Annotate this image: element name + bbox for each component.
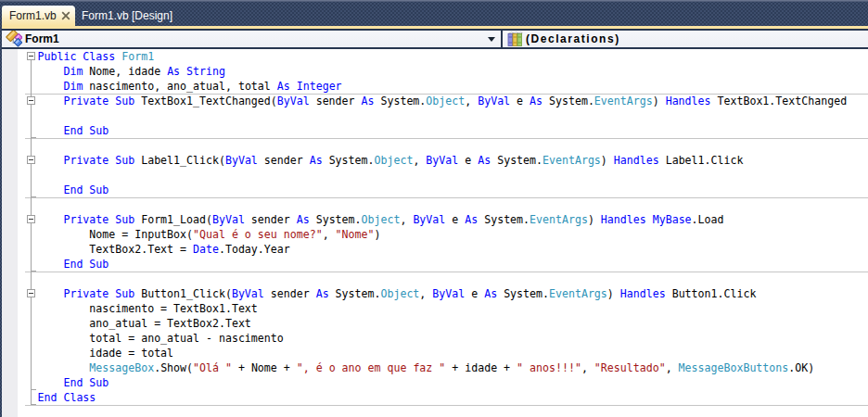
code-line-12[interactable]: Private Sub Form1_Load(ByVal sender As S… — [38, 212, 724, 227]
class-dropdown[interactable]: Form1 — [2, 31, 501, 47]
code-token — [38, 124, 64, 137]
code-token: EventArgs — [530, 213, 588, 226]
code-token: .OK) — [788, 361, 814, 374]
code-token: nascimento, ano_atual, total — [83, 80, 276, 93]
code-token: , — [581, 361, 594, 374]
code-line-13[interactable]: Nome = InputBox("Qual é o seu nome?", "N… — [38, 227, 381, 242]
code-token: Object — [362, 213, 401, 226]
code-token: ByVal — [478, 95, 510, 107]
code-token: As — [465, 213, 478, 226]
member-dropdown[interactable]: (Declarations) — [503, 31, 868, 47]
code-token: As — [478, 154, 491, 167]
code-line-2[interactable]: Dim Nome, idade As String — [38, 64, 225, 79]
code-token: As — [277, 80, 290, 93]
code-token: As — [310, 154, 323, 167]
fold-collapse-box[interactable] — [27, 156, 35, 164]
code-token: Integer — [297, 80, 342, 93]
code-token: Handles — [614, 154, 659, 167]
code-token: "Nome" — [336, 228, 375, 241]
code-token: System. — [374, 95, 426, 107]
code-token — [38, 287, 64, 300]
code-line-18[interactable]: nascimento = TextBox1.Text — [38, 301, 258, 316]
tab-form1-vb-design[interactable]: Form1.vb [Design] — [75, 6, 182, 26]
code-token: ByVal — [212, 213, 245, 226]
code-token: As — [167, 65, 180, 78]
vb-class-icon — [6, 31, 22, 47]
code-token: ) — [607, 287, 620, 300]
code-token: " anos!!!" — [517, 361, 581, 374]
code-token: Object — [375, 154, 414, 167]
tab-form1-vb[interactable]: Form1.vb — [2, 6, 75, 26]
fold-collapse-box[interactable] — [27, 52, 35, 60]
procedure-divider — [25, 272, 868, 272]
code-token: + Nome + — [232, 361, 297, 374]
code-token — [38, 95, 64, 107]
code-token: e — [465, 287, 484, 300]
code-token: Public Class — [38, 50, 122, 63]
code-line-19[interactable]: ano_atual = TextBox2.Text — [38, 316, 251, 331]
code-line-4[interactable]: Private Sub TextBox1_TextChanged(ByVal s… — [38, 94, 848, 108]
tab-label: Form1.vb [Design] — [82, 9, 172, 22]
navigation-bar: Form1 (D — [2, 29, 868, 49]
code-line-24[interactable]: End Class — [38, 390, 96, 405]
code-token: ByVal — [225, 154, 258, 167]
code-line-22[interactable]: MessageBox.Show("Olá " + Nome + ", é o a… — [38, 360, 815, 375]
code-token: , — [323, 228, 336, 241]
code-token: sender — [258, 154, 310, 167]
code-token: ) — [601, 154, 614, 167]
code-token: Object — [426, 95, 465, 107]
code-token: ByVal — [413, 213, 445, 226]
code-token: ) — [653, 95, 666, 107]
code-token: Handles — [666, 95, 711, 107]
code-line-10[interactable]: End Sub — [38, 183, 109, 197]
close-icon[interactable] — [61, 11, 70, 20]
code-token: , — [666, 361, 679, 374]
code-token: , — [413, 154, 426, 167]
code-line-15[interactable]: End Sub — [38, 257, 109, 272]
code-token: System. — [497, 287, 549, 300]
code-token: EventArgs — [549, 287, 607, 300]
code-line-20[interactable]: total = ano_atual - nascimento — [38, 331, 284, 346]
code-token — [646, 213, 653, 226]
fold-collapse-box[interactable] — [27, 289, 35, 297]
code-token: End Class — [38, 391, 96, 404]
code-token — [38, 361, 90, 374]
code-line-8[interactable]: Private Sub Label1_Click(ByVal sender As… — [38, 153, 744, 168]
code-line-17[interactable]: Private Sub Button1_Click(ByVal sender A… — [38, 286, 757, 301]
chevron-down-icon[interactable] — [488, 37, 495, 42]
code-token: sender — [264, 287, 316, 300]
code-line-6[interactable]: End Sub — [38, 123, 109, 138]
fold-collapse-box[interactable] — [27, 96, 35, 105]
code-token: Handles — [620, 287, 666, 300]
code-token — [38, 65, 64, 78]
code-line-1[interactable]: Public Class Form1 — [38, 49, 155, 64]
code-token: MessageBox — [89, 361, 154, 374]
code-token — [38, 80, 64, 93]
code-line-3[interactable]: Dim nascimento, ano_atual, total As Inte… — [38, 79, 342, 94]
code-token: Private Sub — [63, 287, 134, 300]
code-token: , — [419, 287, 432, 300]
code-token: End Sub — [63, 124, 108, 137]
code-token: idade = total — [38, 347, 174, 360]
code-token: System. — [323, 154, 375, 167]
fold-collapse-box[interactable] — [27, 215, 35, 223]
code-token: System. — [478, 213, 530, 226]
code-token: Button1.Click — [666, 287, 757, 300]
code-token: .Load — [692, 213, 724, 226]
code-line-23[interactable]: End Sub — [38, 375, 109, 390]
code-token: As — [362, 95, 375, 107]
code-token: Private Sub — [63, 154, 134, 167]
code-token: "Olá " — [193, 361, 232, 374]
code-token — [290, 80, 297, 93]
code-token: Button1_Click( — [134, 287, 232, 300]
code-line-21[interactable]: idade = total — [38, 346, 174, 360]
code-token: ano_atual = TextBox2.Text — [38, 317, 251, 330]
code-token — [38, 258, 64, 271]
code-line-14[interactable]: TextBox2.Text = Date.Today.Year — [38, 242, 290, 257]
code-token: Form1_Load( — [134, 213, 212, 226]
code-token: e — [445, 213, 465, 226]
vs-editor-window: Form1.vb Form1.vb [Design] — [0, 0, 868, 417]
code-token: As — [297, 213, 310, 226]
code-token: System. — [542, 95, 594, 107]
code-editor[interactable]: Public Class Form1 Dim Nome, idade As St… — [2, 49, 868, 417]
